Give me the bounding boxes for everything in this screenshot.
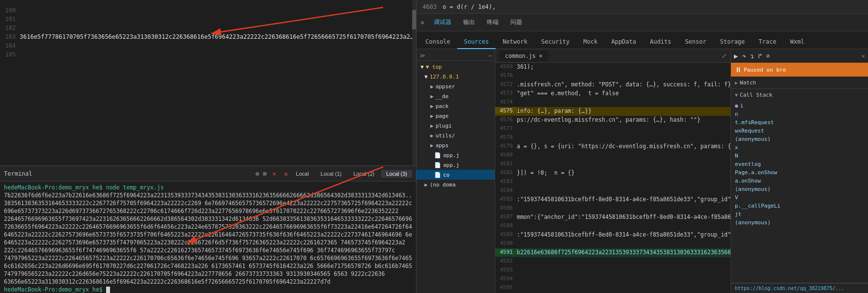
callstack-item-onshow2[interactable]: a.onShow: [735, 177, 864, 185]
line-num-4594: 4594: [495, 275, 517, 282]
subtab-issues[interactable]: 问题: [504, 16, 528, 28]
debug-callstack-header[interactable]: ▼ Call Stack: [731, 89, 868, 101]
line-code-4589: :"15937445810631bcefbff-8ed0-8314-a4ce-f…: [517, 231, 730, 238]
tab-mock[interactable]: Mock: [577, 35, 605, 49]
callstack-item-N[interactable]: N: [735, 152, 864, 160]
call-name: N: [735, 153, 738, 159]
line-num-4584: 4584: [495, 186, 517, 193]
code-tab-common[interactable]: common.js ×: [499, 50, 548, 61]
tree-pack[interactable]: ▶ pack: [417, 101, 495, 111]
callstack-item-onshow1[interactable]: Page.a.onShow: [735, 168, 864, 177]
step-over-icon[interactable]: ↷: [742, 52, 746, 60]
terminal-settings-icon[interactable]: ⚙: [255, 170, 259, 177]
terminal-section: Terminal ⚙ ⊞ ✕ ✕ Local Local (1) Local (…: [0, 165, 416, 293]
step-out-icon[interactable]: ↱: [758, 52, 762, 60]
terminal-output-text: 63656e65223a313030312c226368616e5f696422…: [4, 278, 331, 285]
tree-label-de: __de: [436, 93, 449, 100]
tree-appser[interactable]: ▶ appser: [417, 81, 495, 91]
tree-nodomain[interactable]: ▶ (no doma: [417, 180, 495, 189]
tree-localhost[interactable]: ▼ 127.0.0.1: [417, 72, 495, 81]
tab-appdata[interactable]: AppData: [604, 35, 643, 49]
line-num-4577: 4577: [495, 125, 517, 132]
terminal-close-icon[interactable]: ✕: [273, 170, 276, 177]
right-panel: 4603 o = d(r / 1e4), ≡ 调试器 输出 终端 问题 Cons…: [417, 0, 868, 293]
tree-appj1[interactable]: 📄 app.j: [417, 150, 495, 160]
tab-storage[interactable]: Storage: [713, 35, 752, 49]
resume-icon[interactable]: ▶: [734, 52, 738, 60]
subtab-output[interactable]: 输出: [457, 16, 481, 28]
terminal-body: hedeMacBook-Pro:demo_mryx he$ node temp_…: [0, 182, 416, 293]
scrollbar[interactable]: [412, 0, 416, 165]
terminal-output-9: 74797965223a22222c2264656575223a22222c22…: [4, 254, 412, 262]
terminal-tab-local[interactable]: Local: [291, 170, 313, 178]
scrollbar-thumb[interactable]: [412, 10, 416, 29]
callstack-item-anon2[interactable]: (anonymous): [735, 185, 864, 193]
line-num-4580: 4580: [495, 151, 517, 158]
callstack-item-jt[interactable]: jt: [735, 210, 864, 218]
deactivate-icon[interactable]: ⊘: [766, 53, 770, 59]
line-code-4591: b22616e63686f725f6964223a223135393337343…: [517, 248, 730, 256]
code-line-104: 104: [0, 41, 416, 50]
file-tree-more-icon[interactable]: ⋯: [488, 53, 492, 59]
line-code-4580: [517, 151, 730, 152]
tree-plugi[interactable]: ▶ plugi: [417, 121, 495, 131]
tab-audits[interactable]: Audits: [643, 35, 678, 49]
viewer-line-4585: 4585 :"15937445810631bcefbff-8ed0-8314-a…: [495, 195, 730, 204]
terminal-cursor: [106, 287, 110, 293]
line-code-4573: "get" === e.method, t = false: [517, 89, 730, 97]
viewer-line-4590: 4590: [495, 240, 730, 248]
callstack-item-wxreq[interactable]: wxRequest: [735, 127, 864, 135]
expand-icon[interactable]: ⤢: [722, 53, 727, 59]
callstack-item-anon1[interactable]: (anonymous): [735, 135, 864, 143]
file-tree-expand-icon[interactable]: ≫: [420, 53, 425, 59]
viewer-line-4573: 4573 "get" === e.method, t = false: [495, 89, 730, 98]
tree-appj2[interactable]: 📄 app.j: [417, 160, 495, 170]
call-name: x: [735, 144, 738, 151]
tab-trace[interactable]: Trace: [752, 35, 783, 49]
terminal-tab-local3[interactable]: Local (3): [381, 170, 412, 178]
call-name: (anonymous): [735, 186, 771, 192]
line-code-4578: [517, 133, 730, 134]
callstack-item-x[interactable]: x: [735, 143, 864, 152]
subtab-debugger[interactable]: 调试器: [428, 16, 457, 28]
tab-network[interactable]: Network: [496, 35, 534, 49]
close-sidebar-icon[interactable]: ✕: [862, 53, 865, 59]
tab-security[interactable]: Security: [534, 35, 577, 49]
line-code-4577: [517, 125, 730, 125]
tree-utils[interactable]: ▶ utils/: [417, 131, 495, 140]
terminal-tabs: ✕ Local Local (1) Local (2) Local (3): [284, 170, 412, 178]
tree-de[interactable]: ▶ __de: [417, 91, 495, 101]
tree-apps[interactable]: ▶ apps: [417, 140, 495, 150]
tree-top[interactable]: ▼ ▼ top: [417, 62, 495, 72]
callstack-item-V[interactable]: V: [735, 193, 864, 202]
tree-arrow-de: ▶: [430, 93, 434, 100]
tab-sources[interactable]: Sources: [457, 35, 496, 49]
line-code-4569: 361);: [517, 63, 730, 70]
debug-watch-section: ▶ Watch: [731, 77, 868, 89]
tree-page[interactable]: ▶ page: [417, 111, 495, 121]
tab-console[interactable]: Console: [419, 35, 457, 49]
callstack-item-i[interactable]: ● i: [735, 102, 864, 110]
terminal-title: Terminal: [4, 170, 32, 177]
subtab-terminal[interactable]: 终端: [481, 16, 504, 28]
devtools-menu-icon[interactable]: ≡: [420, 19, 424, 26]
callstack-item-eventlog[interactable]: eventlog: [735, 160, 864, 168]
terminal-tab-local2[interactable]: Local (2): [348, 170, 379, 178]
callstack-item-anon3[interactable]: (anonymous): [735, 218, 864, 227]
call-name: (anonymous): [735, 219, 771, 226]
step-into-icon[interactable]: ↴: [750, 52, 754, 60]
tree-common[interactable]: 📄 co: [417, 170, 495, 180]
callstack-item-n[interactable]: n: [735, 110, 864, 118]
call-name: Page.a.onShow: [735, 169, 777, 176]
tree-file-icon: 📄: [434, 152, 441, 159]
topbar-code: o = d(r / 1e4),: [443, 3, 496, 10]
tab-sensor[interactable]: Sensor: [678, 35, 713, 49]
tab-wxml[interactable]: Wxml: [783, 35, 811, 49]
callstack-item-mfsreq[interactable]: t.mfsRequest: [735, 118, 864, 127]
terminal-split-icon[interactable]: ⊞: [263, 170, 266, 177]
line-num-4578: 4578: [495, 133, 517, 140]
callstack-item-callpageli[interactable]: p.__callPageLi: [735, 202, 864, 210]
line-code-4582: }]) = !0; n = {}: [517, 169, 730, 176]
debug-watch-header[interactable]: ▶ Watch: [731, 77, 868, 88]
terminal-tab-local1[interactable]: Local (1): [316, 170, 347, 178]
